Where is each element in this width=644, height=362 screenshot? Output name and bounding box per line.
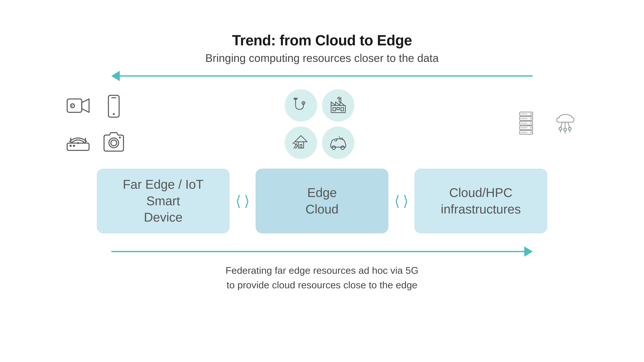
svg-point-39 xyxy=(530,122,532,124)
svg-point-15 xyxy=(119,137,121,138)
cloud-hpc-box: Cloud/HPCinfrastructures xyxy=(414,169,547,233)
svg-point-52 xyxy=(568,127,571,130)
svg-point-31 xyxy=(341,146,344,149)
arrow-right-line xyxy=(111,251,524,252)
svg-rect-22 xyxy=(333,107,336,111)
subtitle: Bringing computing resources closer to t… xyxy=(205,52,439,64)
bottom-text-line2: to provide cloud resources close to the … xyxy=(226,280,417,290)
svg-rect-24 xyxy=(337,107,340,110)
double-arrow-2-icon: ⟨ ⟩ xyxy=(394,192,408,209)
edge-cloud-box: EdgeCloud xyxy=(256,169,388,233)
phone-icon xyxy=(98,91,129,122)
slide: Trend: from Cloud to Edge Bringing compu… xyxy=(30,19,614,343)
svg-marker-3 xyxy=(72,105,74,106)
cloud-hpc-label: Cloud/HPCinfrastructures xyxy=(441,184,521,217)
svg-point-37 xyxy=(530,113,532,114)
cloud-hpc-icon-group xyxy=(510,108,581,140)
connector-1: ⟨ ⟩ xyxy=(230,192,256,209)
connector-2: ⟨ ⟩ xyxy=(388,192,414,209)
svg-point-17 xyxy=(303,102,304,103)
bottom-text: Federating far edge resources ad hoc via… xyxy=(226,263,418,292)
svg-point-38 xyxy=(530,118,532,119)
double-arrow-1-icon: ⟨ ⟩ xyxy=(236,192,250,209)
far-edge-icon-group xyxy=(63,91,129,157)
far-edge-box: Far Edge / IoT SmartDevice xyxy=(97,169,230,233)
camera-icon xyxy=(98,126,129,157)
top-arrow-row xyxy=(111,71,533,81)
svg-point-6 xyxy=(113,113,115,115)
svg-rect-23 xyxy=(341,107,344,111)
boxes-row: Far Edge / IoT SmartDevice ⟨ ⟩ EdgeCloud… xyxy=(63,169,581,233)
stethoscope-icon xyxy=(285,89,317,122)
svg-marker-1 xyxy=(82,99,89,112)
cloud-hpc-icons xyxy=(510,108,581,140)
svg-point-41 xyxy=(530,131,532,133)
svg-point-20 xyxy=(296,98,297,99)
electric-car-icon xyxy=(322,126,354,159)
svg-rect-12 xyxy=(73,145,75,147)
bottom-arrow-section: Federating far edge resources ad hoc via… xyxy=(111,246,533,292)
arrow-left-line xyxy=(120,75,533,77)
arrow-right-head-icon xyxy=(524,246,533,257)
svg-point-30 xyxy=(332,146,336,149)
svg-rect-11 xyxy=(70,145,72,147)
svg-rect-26 xyxy=(298,142,304,148)
server-rack-icon xyxy=(510,108,542,140)
wifi-router-icon xyxy=(63,126,94,157)
far-edge-icons-grid xyxy=(63,91,129,157)
svg-point-10 xyxy=(77,142,79,144)
svg-point-40 xyxy=(530,127,532,128)
arrow-left-head-icon xyxy=(111,71,120,81)
bottom-text-line1: Federating far edge resources ad hoc via… xyxy=(226,265,418,276)
main-title: Trend: from Cloud to Edge xyxy=(205,32,439,49)
cloud-network-icon xyxy=(549,108,581,140)
far-edge-label: Far Edge / IoT SmartDevice xyxy=(108,176,218,225)
svg-marker-25 xyxy=(295,136,307,142)
svg-point-51 xyxy=(564,128,566,131)
video-camera-icon xyxy=(63,91,94,122)
factory-icon xyxy=(322,89,354,122)
title-block: Trend: from Cloud to Edge Bringing compu… xyxy=(205,32,439,64)
edge-cloud-icons-grid xyxy=(285,89,354,159)
edge-cloud-icon-group xyxy=(285,89,354,159)
svg-rect-27 xyxy=(300,144,302,148)
svg-point-50 xyxy=(559,127,562,130)
bottom-arrow xyxy=(111,246,533,257)
icons-row xyxy=(63,89,581,159)
svg-point-19 xyxy=(294,98,296,99)
farm-icon xyxy=(285,126,317,159)
svg-point-14 xyxy=(111,140,117,146)
edge-cloud-label: EdgeCloud xyxy=(306,184,338,217)
top-arrow xyxy=(111,71,533,81)
